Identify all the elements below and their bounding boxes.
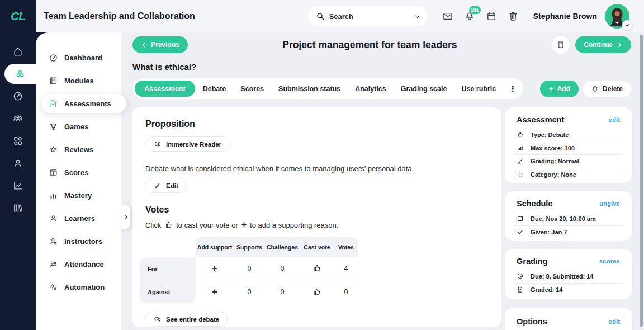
app-logo[interactable]: CL [0, 0, 36, 32]
tab-assessment[interactable]: Assessment [135, 81, 195, 97]
rail-analytics[interactable] [0, 175, 36, 197]
chevron-down-icon[interactable] [414, 13, 421, 20]
main-content: Previous Project management for team lea… [121, 32, 644, 330]
book-icon [556, 40, 565, 49]
calendar-icon [486, 11, 497, 22]
detail-row-category: Category: None [514, 168, 623, 181]
sidebar-item-label: Mastery [64, 191, 92, 200]
sidebar-item-automation[interactable]: Automation [41, 277, 119, 296]
edit-proposition-button[interactable]: Edit [145, 178, 187, 193]
lesson-header: Previous Project management for team lea… [121, 32, 644, 54]
modules-book-icon [49, 76, 58, 86]
sidebar-item-dashboard[interactable]: Dashboard [41, 48, 119, 67]
table-row-for: For + 0 0 4 [140, 257, 358, 280]
ungive-link[interactable]: ungive [599, 200, 620, 207]
col-add-support: Add support [196, 237, 234, 257]
see-entire-debate-button[interactable]: See entire debate [145, 312, 228, 327]
detail-row-graded: Graded: 14 [514, 283, 623, 296]
delete-button[interactable]: Delete [583, 81, 631, 97]
avatar[interactable] [605, 4, 629, 29]
assessment-question-title: What is ethical? [132, 62, 644, 72]
person-icon [12, 158, 23, 169]
trash-button[interactable] [508, 11, 519, 22]
calendar-button[interactable] [486, 11, 497, 22]
rail-person[interactable] [0, 152, 36, 175]
scores-link[interactable]: scores [599, 258, 620, 265]
library-icon [12, 202, 23, 214]
tab-analytics[interactable]: Analytics [348, 81, 393, 97]
sidebar-item-assessments[interactable]: Assessments [41, 94, 126, 113]
attendance-people-icon [49, 260, 58, 269]
previous-button[interactable]: Previous [132, 36, 188, 53]
tab-submission-status[interactable]: Submission status [272, 81, 347, 97]
sidebar-item-label: Instructors [64, 237, 102, 246]
votes-table-header: Add support Supports Challenges Cast vot… [140, 237, 358, 257]
assessment-details-card: Assessment edit Type: Debate Max score: … [505, 107, 632, 183]
rail-home[interactable] [0, 40, 36, 63]
votes-count: 4 [334, 257, 358, 280]
challenges-count: 0 [265, 257, 300, 280]
notifications-button[interactable]: 181 [464, 11, 475, 22]
detail-row-type: Type: Debate [514, 128, 623, 142]
page-scrollbar[interactable] [640, 35, 643, 327]
cast-vote-against-button[interactable] [300, 280, 334, 303]
sidebar-item-attendance[interactable]: Attendance [41, 254, 119, 274]
rail-gauge[interactable] [0, 85, 36, 107]
chevron-right-icon [123, 214, 129, 220]
continue-button[interactable]: Continue [575, 36, 631, 53]
sidebar-item-instructors[interactable]: Instructors [41, 232, 119, 251]
supports-count: 0 [234, 257, 265, 280]
reader-button[interactable] [552, 36, 570, 54]
chat-bubbles-icon [154, 315, 162, 323]
sidebar-item-label: Dashboard [64, 54, 102, 62]
line-chart-icon [12, 180, 23, 191]
proposition-heading: Proposition [145, 119, 487, 129]
options-card: Options edit [505, 308, 632, 330]
sidebar-item-modules[interactable]: Modules [41, 71, 119, 90]
add-support-against-button[interactable]: + [196, 280, 234, 303]
trash-icon [591, 85, 599, 92]
add-button[interactable]: + Add [540, 81, 579, 97]
col-cast-vote: Cast vote [300, 237, 334, 257]
search-input[interactable] [329, 12, 409, 21]
rail-library[interactable] [0, 197, 36, 219]
sidebar-item-games[interactable]: Games [41, 117, 119, 136]
sidebar-item-label: Scores [64, 168, 88, 177]
sidebar-item-scores[interactable]: Scores [41, 163, 119, 182]
col-votes: Votes [334, 237, 358, 257]
profile-menu[interactable]: Stephanie Brown [533, 4, 629, 29]
search-box[interactable] [308, 6, 428, 26]
edit-assessment-link[interactable]: edit [609, 116, 620, 123]
plus-icon: + [242, 220, 247, 230]
tab-scores[interactable]: Scores [234, 81, 271, 97]
messages-button[interactable] [442, 11, 453, 22]
rail-apps[interactable] [0, 130, 36, 152]
tabs-row: Assessment Debate Scores Submission stat… [132, 78, 631, 99]
tab-grading-scale[interactable]: Grading scale [394, 81, 454, 97]
topbar-icons: 181 [442, 11, 519, 22]
rail-people[interactable] [0, 107, 36, 130]
sidebar-item-learners[interactable]: Learners [41, 209, 119, 228]
tab-debate[interactable]: Debate [196, 81, 233, 97]
assessment-doc-icon [49, 99, 58, 109]
pencil-icon [154, 182, 162, 190]
row-label: Against [140, 280, 196, 303]
edit-options-link[interactable]: edit [609, 318, 620, 325]
app-window: CL [0, 0, 644, 330]
immersive-reader-button[interactable]: Immersive Reader [145, 136, 230, 152]
thumbs-up-icon [312, 287, 321, 296]
tab-use-rubric[interactable]: Use rubric [454, 81, 503, 97]
detail-row-due: Due: Nov 20, 10:00 am [514, 212, 623, 225]
sidebar-item-reviews[interactable]: Reviews [41, 140, 119, 159]
sidebar-expand-handle[interactable] [121, 205, 130, 229]
sidebar-item-mastery[interactable]: Mastery [41, 186, 119, 205]
grading-card: Grading scores Due: 8, Submitted: 14 Gra… [505, 249, 632, 299]
more-options-icon[interactable]: ⋮ [504, 84, 519, 93]
cast-vote-for-button[interactable] [300, 257, 334, 280]
rail-groups[interactable] [0, 63, 36, 85]
chevron-left-icon [141, 42, 147, 48]
assessment-card: Proposition Immersive Reader Debate what… [132, 107, 501, 327]
pie-chart-icon [517, 272, 524, 280]
automation-gears-icon [49, 282, 58, 292]
add-support-for-button[interactable]: + [196, 257, 234, 280]
